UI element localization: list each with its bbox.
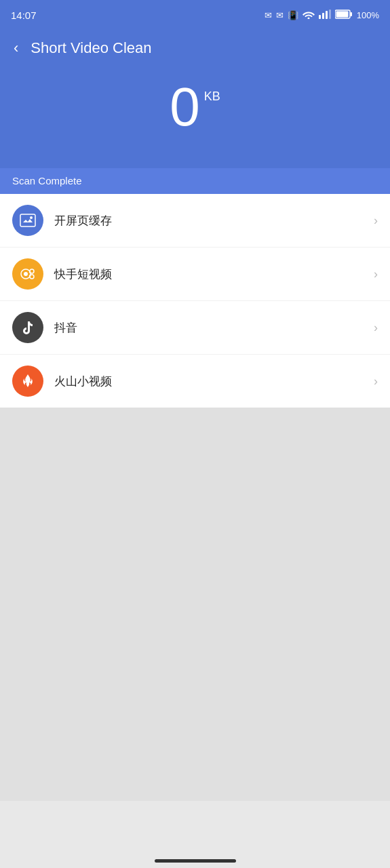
svg-rect-2 <box>326 11 328 19</box>
scan-status-bar: Scan Complete <box>0 168 390 194</box>
size-unit: KB <box>204 90 220 104</box>
app-list: 开屏页缓存 › 快手短视频 › 抖音 › <box>0 194 390 408</box>
scan-status-text: Scan Complete <box>12 175 82 186</box>
item-label-kuaishou: 快手短视频 <box>54 267 363 282</box>
svg-point-8 <box>30 216 33 219</box>
svg-line-13 <box>29 272 31 273</box>
email2-icon: ✉ <box>276 10 284 20</box>
page-header: ‹ Short Video Clean <box>0 30 390 60</box>
icon-douyin <box>12 312 43 343</box>
list-item-huoshan[interactable]: 火山小视频 › <box>0 355 390 408</box>
chevron-icon-douyin: › <box>374 321 378 335</box>
icon-huoshan <box>12 366 43 397</box>
svg-rect-3 <box>329 9 331 19</box>
email-icon: ✉ <box>265 10 272 20</box>
chevron-icon-kaipingye: › <box>374 214 378 228</box>
vibrate-icon: 📳 <box>288 10 298 20</box>
item-label-douyin: 抖音 <box>54 320 363 336</box>
status-bar: 14:07 ✉ ✉ 📳 100% <box>0 0 390 30</box>
svg-rect-1 <box>322 13 324 19</box>
svg-point-11 <box>30 269 34 273</box>
bottom-empty-area <box>0 408 390 801</box>
chevron-icon-kuaishou: › <box>374 267 378 281</box>
icon-kaipingye <box>12 205 43 236</box>
list-item-kaipingye[interactable]: 开屏页缓存 › <box>0 194 390 248</box>
item-label-huoshan: 火山小视频 <box>54 374 363 389</box>
chevron-icon-huoshan: › <box>374 374 378 389</box>
page-title: Short Video Clean <box>31 39 151 57</box>
battery-icon <box>335 9 353 21</box>
svg-rect-7 <box>20 214 35 226</box>
status-icons: ✉ ✉ 📳 100% <box>265 9 379 21</box>
svg-rect-0 <box>319 15 321 19</box>
svg-point-12 <box>30 275 34 279</box>
home-indicator <box>155 859 236 863</box>
list-item-kuaishou[interactable]: 快手短视频 › <box>0 248 390 301</box>
signal-icon <box>319 9 331 21</box>
wifi-icon <box>303 9 315 21</box>
item-label-kaipingye: 开屏页缓存 <box>54 213 363 229</box>
icon-kuaishou <box>12 258 43 290</box>
svg-line-14 <box>29 275 31 276</box>
list-item-douyin[interactable]: 抖音 › <box>0 301 390 355</box>
svg-rect-6 <box>336 11 348 17</box>
svg-rect-5 <box>350 12 352 16</box>
back-button[interactable]: ‹ <box>11 37 21 60</box>
svg-point-10 <box>24 272 28 276</box>
size-number: 0 <box>170 80 200 134</box>
status-time: 14:07 <box>11 9 37 21</box>
size-display: 0 KB <box>170 80 220 134</box>
hero-section: 0 KB <box>0 60 390 168</box>
battery-pct: 100% <box>357 10 379 20</box>
